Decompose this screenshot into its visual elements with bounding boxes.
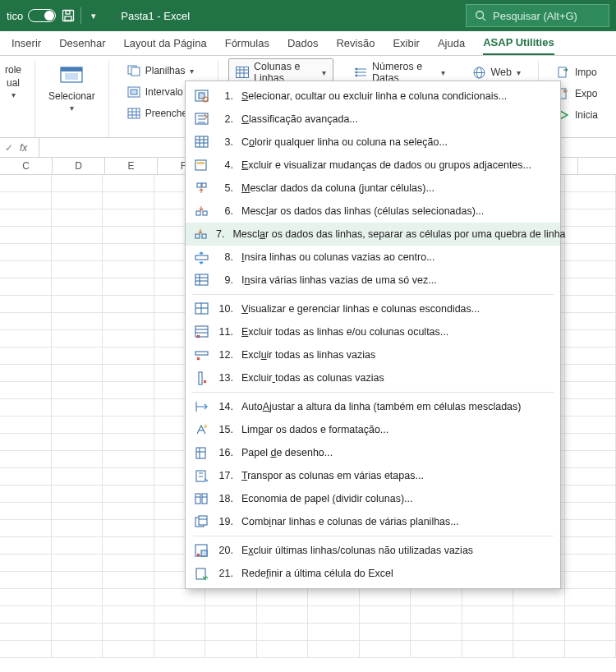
grid-cell[interactable] <box>52 434 103 450</box>
tab-asap-utilities[interactable]: ASAP Utilities <box>483 31 554 55</box>
grid-cell[interactable] <box>565 261 617 278</box>
grid-cell[interactable] <box>154 624 206 640</box>
grid-cell[interactable] <box>52 537 103 554</box>
grid-cell[interactable] <box>154 641 206 657</box>
menu-item[interactable]: 17.Transpor as colunas em várias etapas.… <box>186 464 560 487</box>
grid-cell[interactable] <box>103 606 154 623</box>
grid-cell[interactable] <box>103 365 154 381</box>
grid-cell[interactable] <box>0 192 52 209</box>
grid-cell[interactable] <box>0 520 52 536</box>
grid-cell[interactable] <box>103 313 154 329</box>
grid-cell[interactable] <box>411 624 462 640</box>
web-menu[interactable]: Web▾ <box>466 63 528 81</box>
fx-icon[interactable]: fx <box>20 142 27 154</box>
grid-cell[interactable] <box>103 486 154 502</box>
grid-cell[interactable] <box>52 261 103 278</box>
grid-cell[interactable] <box>52 227 103 243</box>
grid-cell[interactable] <box>308 624 360 640</box>
grid-cell[interactable] <box>565 555 617 571</box>
grid-cell[interactable] <box>513 624 565 640</box>
grid-cell[interactable] <box>0 313 52 329</box>
grid-cell[interactable] <box>52 520 103 536</box>
grid-cell[interactable] <box>257 606 309 623</box>
grid-cell[interactable] <box>411 641 462 657</box>
grid-cell[interactable] <box>52 192 103 209</box>
grid-cell[interactable] <box>52 572 103 588</box>
import-menu[interactable]: Impo <box>554 64 601 81</box>
grid-cell[interactable] <box>103 434 154 450</box>
grid-cell[interactable] <box>0 434 52 450</box>
grid-cell[interactable] <box>565 572 617 588</box>
grid-cell[interactable] <box>0 555 52 571</box>
grid-cell[interactable] <box>103 451 154 467</box>
grid-cell[interactable] <box>360 641 411 657</box>
grid-cell[interactable] <box>565 606 617 623</box>
grid-cell[interactable] <box>52 468 103 485</box>
grid-cell[interactable] <box>257 589 309 605</box>
menu-item[interactable]: 13.Excluir todas as colunas vazias <box>186 366 560 389</box>
grid-cell[interactable] <box>0 296 52 312</box>
grid-cell[interactable] <box>565 399 617 416</box>
grid-cell[interactable] <box>565 382 617 398</box>
grid-cell[interactable] <box>52 417 103 433</box>
menu-item[interactable]: 5.Mesclar dados da coluna (juntar célula… <box>186 177 560 200</box>
autosave-toggle[interactable] <box>28 9 56 22</box>
grid-cell[interactable] <box>308 589 360 605</box>
planilhas-menu[interactable]: Planilhas▾ <box>124 62 203 79</box>
menu-item[interactable]: 11.Excluir todas as linhas e/ou colunas … <box>186 320 560 343</box>
grid-cell[interactable] <box>565 175 617 191</box>
selecionar-button[interactable]: Selecionar ▾ <box>44 61 100 116</box>
grid-cell[interactable] <box>0 606 52 623</box>
grid-cell[interactable] <box>52 209 103 226</box>
grid-cell[interactable] <box>103 175 154 191</box>
grid-cell[interactable] <box>103 261 154 278</box>
grid-cell[interactable] <box>565 486 617 502</box>
tab-dados[interactable]: Dados <box>287 32 319 54</box>
menu-item[interactable]: 8.Insira linhas ou colunas vazias ao cen… <box>186 246 560 269</box>
grid-cell[interactable] <box>0 244 52 260</box>
grid-cell[interactable] <box>0 503 52 519</box>
grid-cell[interactable] <box>52 555 103 571</box>
grid-cell[interactable] <box>103 589 154 605</box>
grid-cell[interactable] <box>462 624 514 640</box>
search-box[interactable]: Pesquisar (Alt+G) <box>466 4 609 27</box>
menu-item[interactable]: 3.Colorir qualquer linha ou coluna na se… <box>186 131 560 154</box>
grid-cell[interactable] <box>103 555 154 571</box>
grid-cell[interactable] <box>513 589 565 605</box>
customize-qat-icon[interactable]: ▾ <box>86 8 101 23</box>
grid-cell[interactable] <box>257 641 309 657</box>
grid-cell[interactable] <box>565 589 617 605</box>
grid-cell[interactable] <box>0 399 52 416</box>
grid-cell[interactable] <box>103 572 154 588</box>
grid-cell[interactable] <box>513 606 565 623</box>
grid-cell[interactable] <box>103 278 154 295</box>
grid-cell[interactable] <box>0 417 52 433</box>
save-icon[interactable] <box>61 8 76 23</box>
menu-item[interactable]: 20.Excluir últimas linhas/colunas não ut… <box>186 539 560 562</box>
grid-cell[interactable] <box>257 624 309 640</box>
tab-exibir[interactable]: Exibir <box>393 32 420 54</box>
grid-cell[interactable] <box>462 589 514 605</box>
grid-cell[interactable] <box>565 348 617 364</box>
grid-cell[interactable] <box>565 209 617 226</box>
tab-formulas[interactable]: Fórmulas <box>225 32 269 54</box>
grid-cell[interactable] <box>565 244 617 260</box>
grid-cell[interactable] <box>52 589 103 605</box>
grid-cell[interactable] <box>565 451 617 467</box>
grid-cell[interactable] <box>0 227 52 243</box>
grid-cell[interactable] <box>103 503 154 519</box>
grid-cell[interactable] <box>565 520 617 536</box>
grid-cell[interactable] <box>52 382 103 398</box>
grid-cell[interactable] <box>0 330 52 347</box>
grid-cell[interactable] <box>565 278 617 295</box>
grid-cell[interactable] <box>0 589 52 605</box>
menu-item[interactable]: 9.Insira várias linhas vazias de uma só … <box>186 269 560 292</box>
grid-cell[interactable] <box>411 589 462 605</box>
grid-cell[interactable] <box>52 624 103 640</box>
grid-cell[interactable] <box>462 641 514 657</box>
grid-cell[interactable] <box>103 244 154 260</box>
grid-cell[interactable] <box>0 486 52 502</box>
grid-cell[interactable] <box>308 606 360 623</box>
tab-inserir[interactable]: Inserir <box>11 32 41 54</box>
confirm-icon[interactable]: ✓ <box>5 142 13 154</box>
